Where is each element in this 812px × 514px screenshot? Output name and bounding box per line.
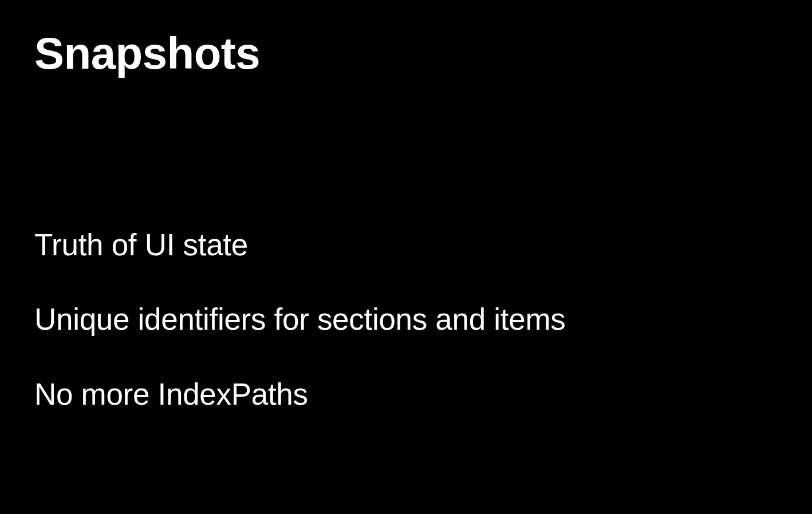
slide-title: Snapshots (34, 27, 778, 80)
bullet-list: Truth of UI state Unique identifiers for… (34, 228, 778, 411)
bullet-item: No more IndexPaths (34, 378, 778, 411)
bullet-item: Unique identifiers for sections and item… (34, 303, 778, 336)
bullet-item: Truth of UI state (34, 228, 778, 262)
